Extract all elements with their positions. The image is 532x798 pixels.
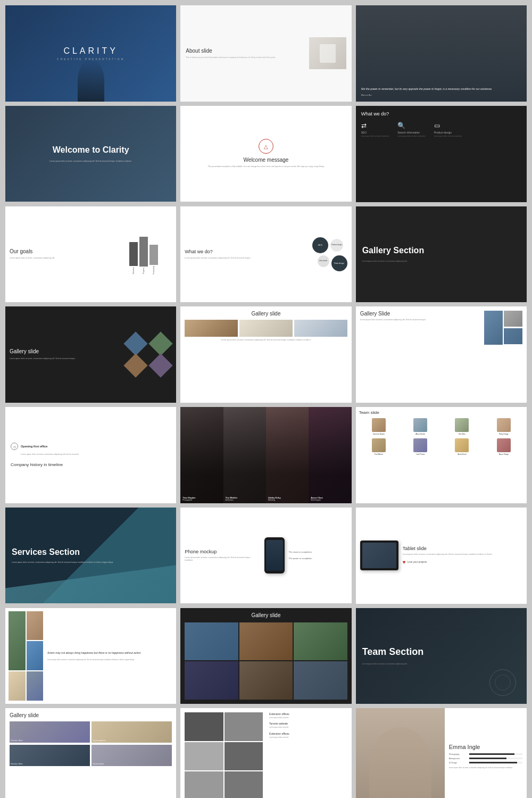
whatwedo-body: Lorem ipsum dolor sit amet, consectetur … [185,257,312,260]
goals-title: Our goals [10,248,126,254]
gallery-split-body: Lorem ipsum dolor sit amet, consectetur … [360,319,481,321]
g-cell-5 [239,661,293,700]
slide-gallery-dark: Gallery slide Lorem ipsum dolor sit amet… [5,306,176,403]
gallery-split-title: Gallery Slide [360,311,481,317]
phone-callout-2: The power to completion [289,557,347,560]
team-person-2: Tris Winkler Art Director [223,407,266,503]
services-section-body: Lorem ipsum dolor sit amet, consectetur … [12,561,113,564]
tablet-mock [360,541,398,570]
quote-light-text: Action may not always bring happiness bu… [47,651,171,655]
whatwedo-title: What we do? [185,249,312,254]
slide-team-bio: Emma Ingle Photography Management UI Des… [356,708,527,798]
gallery-dark-title: Gallery slide [10,348,124,354]
welcome-body: Lorem ipsum dolor sit amet, consectetur … [44,160,137,163]
timeline-icon: ◎ [11,443,18,450]
team-section-title: Team Section [362,646,424,658]
gallery-dark-body: Lorem ipsum dolor sit amet, consectetur … [10,358,124,360]
logo-text: CLARITY [63,46,118,56]
slide-about: About slide This is where you put a brie… [180,5,351,102]
gallery-light-body: Lorem ipsum dolor sit amet, consectetur … [185,339,347,342]
team-person-3: Gabby Kirby Marketing [266,407,309,503]
g-cell-4 [185,661,238,700]
quote-text: Not the power to remember, but its very … [361,87,493,92]
welcome-msg-title: Welcome message [244,157,289,163]
slide-tablet-mockup: Tablet slide Lorem ipsum dolor sit amet,… [356,508,527,604]
gallery-section-title: Gallery Section [362,245,425,256]
team-section-body: Lorem ipsum dolor sit amet, consectetur … [362,663,408,666]
gallery-split-img-1 [484,311,503,345]
team-member-5: Tina Malorie [359,438,398,455]
slide-gallery-captioned: Gallery slide Extension offices Toronto … [5,708,176,798]
bio-skill-1: Photography [449,753,522,755]
slide-welcome-msg: △ Welcome message This presentation temp… [180,106,351,202]
g-cell-6 [294,661,347,700]
service-circle-4: Data design [331,255,347,271]
team-member-6: Luke Pincas [401,438,440,455]
services-section-title: Services Section [12,547,80,557]
team-member-1: Cameron Dawes [359,418,398,435]
about-body: This is where you put a brief descriptio… [186,56,305,60]
slides-grid: CLARITY CREATIVE PRESENTATION About slid… [5,5,527,798]
gallery-cap-img-4: Toronto website [92,745,172,766]
bio-photo [356,708,445,798]
phone-mock [264,537,285,573]
slide-quote-1: Not the power to remember, but its very … [356,5,527,102]
proj-img-1 [185,712,223,741]
gallery-section-body: Lorem ipsum dolor sit amet, consectetur … [362,260,408,263]
tablet-body: Lorem ipsum dolor sit amet, consectetur … [403,553,522,556]
team-member-2: Alison Nooter [401,418,440,435]
slide-timeline: ◎ Opening first office Lorem ipsum dolor… [5,407,176,503]
slide-gallery-light: Gallery slide Lorem ipsum dolor sit amet… [180,306,351,403]
team-person-4: Aaron Chan Web Designer [309,407,351,503]
proj-img-3 [185,742,223,771]
g-cell-3 [294,622,347,661]
slide-quote-light: Action may not always bring happiness bu… [5,608,176,704]
gallery-split-img-3 [504,328,522,344]
gallery-diamonds [124,334,172,376]
tablet-title: Tablet slide [403,546,522,551]
proj-img-4 [225,742,263,771]
phone-title: Phone mockup [185,549,257,554]
gallery-img-3 [294,320,347,337]
slide-team-section: Team Section Lorem ipsum dolor sit amet,… [356,608,527,704]
heart-icon: ♥ [403,559,406,565]
gallery-cap-img-3: Extension offices [10,745,90,766]
gallery-light-title: Gallery slide [251,311,280,317]
timeline-event-1: Opening first office [21,445,47,448]
service-item-1: ⇄ SEO Lorem ipsum dolor sit amet consect… [361,122,389,137]
slide-clarity-cover: CLARITY CREATIVE PRESENTATION [5,5,176,102]
service-circle-2: Product design [330,239,343,252]
welcome-msg-body: This presentation template is fully edit… [204,165,329,169]
goals-body: Lorem ipsum dolor sit amet, consectetur … [10,257,126,260]
services-title: What we do? [361,111,521,117]
slide-services-section: Services Section Lorem ipsum dolor sit a… [5,508,176,604]
slide-team-grid: Team slide Cameron Dawes Alison Nooter K… [356,407,527,503]
service-circle-1: SEO [312,237,328,253]
quote-photo-4 [9,671,26,701]
gallery-cap-img-2: Toronto apartment [92,721,172,743]
tablet-tagline: Love your projects [408,561,427,563]
gallery-cap-img-1: Extension offices [10,721,90,743]
proj-img-6 [225,771,263,798]
bio-skill-2: Management [449,758,522,760]
team-member-3: Kim Klein [442,418,481,435]
quote-photo-1 [9,611,26,671]
proj-img-2 [225,712,263,741]
gallery-split-img-2 [504,311,522,327]
slide-gallery-split: Gallery Slide Lorem ipsum dolor sit amet… [356,306,527,403]
quote-photo-2 [27,611,44,641]
slide-goals: Our goals Lorem ipsum dolor sit amet, co… [5,206,176,303]
service-item-2: 🔍 Search information Lorem ipsum dolor s… [397,122,426,137]
slide-gallery-dark-grid: Gallery slide [180,608,351,704]
welcome-icon: △ [259,139,273,154]
project-entry-1: Extension offices Lorem ipsum dolor sit … [269,712,347,719]
slide-whatwedo-circles: What we do? Lorem ipsum dolor sit amet, … [180,206,351,303]
about-title: About slide [186,48,305,54]
team-member-8: Aaron Ortega [484,438,523,455]
gallery-img-2 [239,320,293,337]
timeline-event-1-desc: Lorem ipsum dolor sit amet consectetur a… [21,453,171,456]
about-image [309,37,346,69]
goals-chart: Education Progress Productivity [129,234,172,274]
gallery-img-1 [185,320,238,337]
slide-team-photo: Tina Glogher Photographer Tris Winkler A… [180,407,351,503]
